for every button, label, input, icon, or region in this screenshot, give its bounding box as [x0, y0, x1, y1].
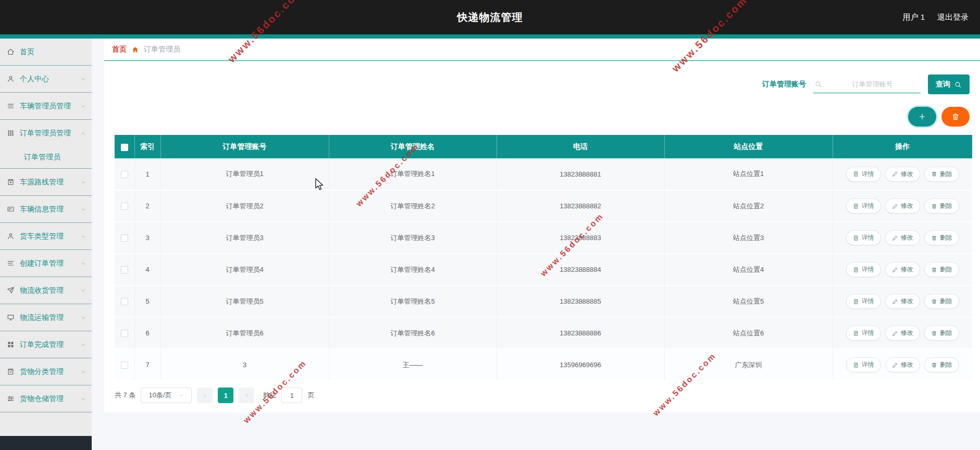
doc-icon — [853, 171, 859, 177]
breadcrumb-home-link[interactable]: 首页 — [112, 45, 127, 54]
page-size-select[interactable]: 10条/页 — [141, 388, 192, 403]
row-action-详情[interactable]: 详情 — [846, 230, 881, 245]
sidebar-item-8[interactable]: 物流收货管理 — [0, 277, 92, 304]
row-action-删除[interactable]: 删除 — [924, 262, 959, 277]
row-action-详情[interactable]: 详情 — [846, 167, 881, 182]
row-action-详情[interactable]: 详情 — [846, 326, 881, 341]
row-action-修改[interactable]: 修改 — [885, 167, 920, 182]
pen-icon — [892, 330, 898, 336]
sidebar-item-2[interactable]: 车辆管理员管理 — [0, 93, 92, 119]
sidebar-item-1[interactable]: 个人中心 — [0, 66, 92, 92]
row-action-删除[interactable]: 删除 — [924, 198, 959, 214]
cell-station: 站点位置3 — [664, 222, 833, 254]
column-header: 站点位置 — [664, 135, 833, 158]
pen-icon — [892, 362, 898, 368]
row-action-label: 详情 — [862, 297, 874, 306]
row-action-详情[interactable]: 详情 — [846, 262, 881, 277]
pen-icon — [892, 171, 898, 177]
doc-icon — [853, 330, 859, 336]
row-select-cell — [115, 285, 134, 317]
pagination-total: 共 7 条 — [115, 391, 135, 400]
row-action-删除[interactable]: 删除 — [924, 357, 959, 372]
row-action-修改[interactable]: 修改 — [885, 357, 920, 372]
row-checkbox[interactable] — [121, 330, 128, 337]
page-size-value: 10条/页 — [148, 391, 171, 400]
row-checkbox[interactable] — [121, 203, 128, 210]
row-checkbox[interactable] — [121, 298, 128, 305]
row-checkbox[interactable] — [121, 234, 128, 242]
sidebar-item-label: 物流收货管理 — [20, 286, 64, 295]
sidebar-item-label: 货物仓储管理 — [20, 394, 64, 404]
row-action-删除[interactable]: 删除 — [924, 294, 959, 309]
row-action-详情[interactable]: 详情 — [846, 198, 881, 214]
column-header: 订单管理姓名 — [329, 135, 497, 158]
pen-icon — [892, 267, 898, 273]
sidebar-item-label: 车辆信息管理 — [20, 205, 64, 214]
search-icon — [814, 80, 822, 88]
sidebar-item-10[interactable]: 订单完成管理 — [0, 331, 92, 358]
row-action-修改[interactable]: 修改 — [885, 198, 920, 214]
grid4-icon — [7, 341, 15, 348]
sidebar-group: 货物分类管理 — [0, 358, 92, 385]
sidebar-group: 创建订单管理 — [0, 250, 92, 277]
page-number-current[interactable]: 1 — [218, 388, 233, 403]
doc-icon — [853, 267, 859, 273]
plus-icon — [918, 113, 926, 121]
row-checkbox[interactable] — [121, 361, 128, 369]
row-action-详情[interactable]: 详情 — [846, 357, 881, 372]
sidebar-item-4[interactable]: 车源路线管理 — [0, 169, 92, 195]
cell-index: 4 — [134, 254, 160, 285]
sidebar-group: 车源路线管理 — [0, 169, 92, 196]
batch-delete-button[interactable] — [941, 107, 970, 127]
pagination: 共 7 条 10条/页 1 前往 页 — [115, 388, 980, 403]
sliders-icon — [7, 395, 15, 403]
cell-actions: 详情修改删除 — [833, 158, 972, 190]
query-button[interactable]: 查询 — [928, 74, 970, 94]
column-header: 订单管理账号 — [160, 135, 329, 158]
row-action-删除[interactable]: 删除 — [924, 326, 959, 341]
row-action-修改[interactable]: 修改 — [885, 230, 920, 245]
sidebar-item-5[interactable]: 车辆信息管理 — [0, 196, 92, 222]
row-action-修改[interactable]: 修改 — [885, 262, 920, 277]
row-checkbox[interactable] — [121, 266, 128, 273]
sidebar-item-3[interactable]: 订单管理员管理 — [0, 120, 92, 146]
cell-name: 订单管理姓名1 — [329, 158, 497, 190]
goto-suffix: 页 — [307, 391, 314, 400]
cell-account: 3 — [160, 349, 329, 381]
chevron-down-icon — [80, 179, 86, 185]
row-select-cell — [115, 190, 134, 222]
cell-station: 广东深圳 — [664, 349, 833, 381]
row-action-label: 删除 — [940, 265, 952, 274]
doc-icon — [853, 362, 859, 368]
select-all-checkbox[interactable] — [121, 144, 128, 151]
sidebar-item-0[interactable]: 首页 — [0, 39, 92, 65]
sidebar-item-12[interactable]: 货物仓储管理 — [0, 385, 92, 412]
add-button[interactable] — [908, 107, 936, 127]
next-page-button[interactable] — [239, 388, 254, 403]
row-action-label: 修改 — [901, 233, 913, 242]
prev-page-button[interactable] — [197, 388, 213, 403]
sidebar-item-11[interactable]: 货物分类管理 — [0, 358, 92, 385]
column-header: 索引 — [134, 135, 160, 158]
chevron-down-icon — [80, 315, 86, 321]
query-button-label: 查询 — [936, 80, 950, 89]
sidebar-item-6[interactable]: 货车类型管理 — [0, 223, 92, 249]
row-action-修改[interactable]: 修改 — [885, 326, 920, 341]
row-action-删除[interactable]: 删除 — [924, 167, 959, 182]
row-checkbox[interactable] — [121, 171, 128, 178]
row-action-详情[interactable]: 详情 — [846, 294, 881, 309]
sidebar-item-label: 订单完成管理 — [20, 340, 64, 349]
app-title: 快递物流管理 — [457, 10, 523, 24]
logout-link[interactable]: 退出登录 — [937, 12, 969, 22]
cell-name: 订单管理姓名3 — [329, 222, 497, 254]
goto-page-input[interactable] — [281, 388, 302, 403]
row-action-修改[interactable]: 修改 — [885, 294, 920, 309]
sidebar-item-7[interactable]: 创建订单管理 — [0, 250, 92, 277]
sidebar-item-9[interactable]: 物流运输管理 — [0, 304, 92, 331]
search-input[interactable] — [824, 80, 921, 88]
chevron-right-icon — [243, 392, 250, 399]
sidebar-subitem[interactable]: 订单管理员 — [0, 146, 92, 168]
chevron-left-icon — [202, 392, 208, 399]
row-action-删除[interactable]: 删除 — [924, 230, 959, 245]
current-user-label[interactable]: 用户 1 — [902, 12, 925, 22]
